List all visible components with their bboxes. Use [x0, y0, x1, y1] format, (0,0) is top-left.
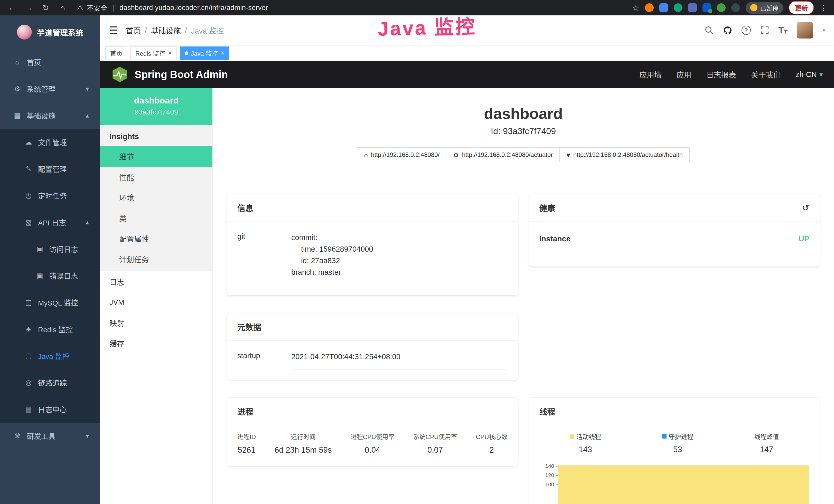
sba-menu-performance[interactable]: 性能 — [100, 167, 213, 187]
search-icon[interactable] — [705, 26, 714, 35]
close-icon[interactable]: ✕ — [168, 50, 172, 56]
sba-menu-details[interactable]: 细节 — [100, 146, 213, 167]
sidebar-item-mysql-monitor[interactable]: ▥ MySQL 监控 — [0, 289, 100, 316]
sba-menu-environment[interactable]: 环境 — [100, 187, 213, 208]
github-icon[interactable] — [723, 26, 732, 35]
sidebar-item-java-monitor[interactable]: ▢ Java 监控 — [0, 343, 100, 369]
sba-brand-title[interactable]: Spring Boot Admin — [135, 69, 228, 81]
paused-label: 已暂停 — [760, 3, 778, 12]
health-key: Instance — [540, 234, 571, 243]
sidebar-item-config-management[interactable]: ✎ 配置管理 — [0, 156, 100, 182]
sidebar-item-infrastructure[interactable]: ▤ 基础设施 ▴ — [0, 102, 100, 129]
sba-nav-about[interactable]: 关于我们 — [751, 69, 781, 80]
sba-nav-applications[interactable]: 应用 — [677, 69, 692, 80]
sidebar-item-file-management[interactable]: ☁ 文件管理 — [0, 129, 100, 156]
warning-icon: ⚠ — [77, 4, 83, 12]
doc-icon: ▣ — [34, 272, 46, 280]
link-url: http://192.168.0.2:48080/actuator — [462, 151, 553, 158]
sba-menu-config-props[interactable]: 配置属性 — [100, 228, 213, 249]
card-title: 健康 — [540, 202, 555, 213]
bookmark-star-icon[interactable]: ☆ — [632, 3, 639, 12]
forward-icon[interactable]: → — [24, 3, 34, 12]
font-size-icon[interactable]: T T — [778, 26, 788, 35]
health-card: 健康 ↺ Instance UP — [529, 194, 820, 267]
sidebar-item-dev-tools[interactable]: ⚒ 研发工具 ▾ — [0, 422, 100, 449]
instance-health-link[interactable]: ♥ http://192.168.0.2:48080/actuator/heal… — [559, 147, 690, 162]
security-label: 不安全 — [87, 3, 107, 13]
instance-actuator-link[interactable]: ⚙ http://192.168.0.2:48080/actuator — [446, 147, 560, 162]
sidebar-item-trace[interactable]: ◎ 链路追踪 — [0, 369, 100, 396]
avatar-caret-icon[interactable]: ▾ — [822, 27, 825, 33]
sba-menu-caches[interactable]: 缓存 — [100, 333, 213, 353]
legend-daemon-threads: 守护进程 53 — [662, 432, 693, 454]
breadcrumb-item[interactable]: 首页 — [126, 25, 141, 36]
metadata-key: startup — [237, 351, 291, 369]
extension-icon[interactable] — [659, 3, 668, 12]
sba-menu-mappings[interactable]: 映射 — [100, 313, 213, 333]
sba-menu-classes[interactable]: 类 — [100, 208, 213, 228]
insights-header: Insights — [100, 125, 213, 146]
close-icon[interactable]: ✕ — [220, 50, 224, 56]
sidebar-item-home[interactable]: ⌂ 首页 — [0, 49, 100, 75]
extension-icon[interactable] — [645, 3, 654, 12]
reload-icon[interactable]: ↻ — [41, 3, 51, 12]
extension-icon[interactable] — [688, 3, 697, 12]
chevron-down-icon: ▾ — [86, 432, 89, 439]
chevron-down-icon: ▾ — [819, 71, 823, 78]
help-icon[interactable]: ? — [742, 26, 751, 35]
card-title: 进程 — [237, 406, 253, 417]
back-icon[interactable]: ← — [7, 3, 17, 12]
tab-redis-monitor[interactable]: Redis 监控 ✕ — [130, 46, 177, 60]
sidebar-item-error-logs[interactable]: ▣ 错误日志 — [0, 262, 100, 289]
sidebar-item-log-center[interactable]: ▤ 日志中心 — [0, 396, 100, 422]
browser-chrome: ← → ↻ ⌂ ⚠ 不安全 | dashboard.yudao.iocoder.… — [0, 0, 834, 16]
breadcrumb-separator: / — [185, 26, 187, 35]
sidebar-item-redis-monitor[interactable]: ◈ Redis 监控 — [0, 316, 100, 343]
paused-badge[interactable]: 已暂停 — [746, 2, 783, 14]
edit-icon: ✎ — [23, 165, 35, 173]
page-title: dashboard — [227, 105, 820, 122]
extension-icon[interactable] — [674, 3, 682, 12]
user-avatar[interactable] — [797, 22, 813, 39]
sidebar-item-scheduled-jobs[interactable]: ◷ 定时任务 — [0, 182, 100, 209]
hamburger-icon[interactable]: ☰ — [109, 24, 118, 36]
doc-icon: ▣ — [34, 245, 46, 253]
sba-nav-links: 应用墙 应用 日志报表 关于我们 zh-CN ▾ — [639, 69, 823, 80]
status-badge: UP — [798, 234, 809, 243]
sba-menu-logs[interactable]: 日志 — [100, 271, 213, 292]
tab-home[interactable]: 首页 — [105, 46, 127, 60]
sba-nav-journal[interactable]: 日志报表 — [706, 69, 736, 80]
extension-icon[interactable] — [717, 3, 726, 12]
home-icon[interactable]: ⌂ — [58, 3, 68, 12]
history-icon[interactable]: ↺ — [802, 203, 810, 213]
update-button[interactable]: 更新 — [789, 1, 814, 15]
threads-card: 线程 活动线程 143 — [529, 398, 820, 504]
sba-sidebar: dashboard 93a3fc7f7409 Insights 细节 性能 环境… — [100, 88, 213, 504]
sidebar-item-system-management[interactable]: ⚙ 系统管理 ▾ — [0, 75, 100, 102]
sba-menu-jvm[interactable]: JVM — [100, 292, 213, 313]
sidebar-menu: ⌂ 首页 ⚙ 系统管理 ▾ ▤ 基础设施 ▴ ☁ 文件管理 — [0, 49, 100, 504]
threads-legend: 活动线程 143 守护进程 — [540, 432, 810, 454]
tab-label: Redis 监控 — [135, 48, 165, 58]
sba-menu-scheduled-tasks[interactable]: 计划任务 — [100, 249, 213, 269]
extension-icon[interactable] — [702, 3, 711, 12]
sidebar-item-label: 文件管理 — [38, 137, 67, 147]
app-logo[interactable]: 芋道管理系统 — [0, 16, 100, 49]
locale-selector[interactable]: zh-CN ▾ — [796, 70, 823, 79]
redis-icon: ◈ — [23, 325, 35, 333]
address-bar[interactable]: ⚠ 不安全 | dashboard.yudao.iocoder.cn/infra… — [77, 3, 626, 13]
sidebar-item-api-logs[interactable]: ▧ API 日志 ▴ — [0, 209, 100, 236]
fullscreen-icon[interactable] — [760, 26, 769, 35]
tab-java-monitor[interactable]: Java 监控 ✕ — [180, 46, 229, 60]
extension-icon[interactable] — [731, 3, 740, 12]
topbar: ☰ 首页 / 基础设施 / Java 监控 ? T T — [100, 16, 834, 45]
sidebar-item-access-logs[interactable]: ▣ 访问日志 — [0, 236, 100, 262]
legend-swatch-yellow — [570, 434, 574, 438]
browser-menu-icon[interactable]: ⋮ — [820, 3, 827, 12]
breadcrumb-item[interactable]: 基础设施 — [151, 25, 181, 36]
monitor-icon: ▢ — [23, 352, 35, 360]
instance-home-link[interactable]: ⌂ http://192.168.0.2:48080/ — [357, 147, 446, 162]
wrench-icon: ⚙ — [453, 151, 459, 159]
topbar-tools: ? T T ▾ — [705, 22, 826, 39]
sba-nav-wallboard[interactable]: 应用墙 — [639, 69, 662, 80]
